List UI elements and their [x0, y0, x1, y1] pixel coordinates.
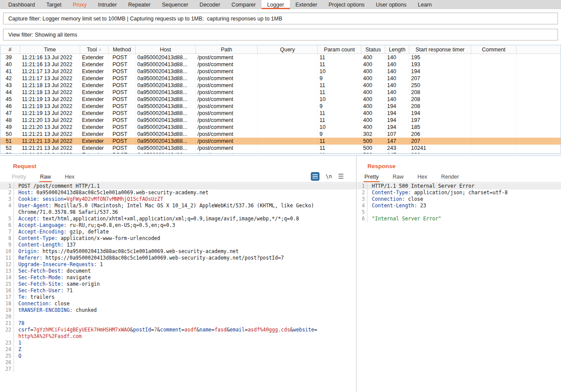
column-header-comment[interactable]: Comment [471, 45, 517, 54]
response-tab-raw[interactable]: Raw [392, 174, 405, 182]
code-text: http%3A%2F%2Fasdf.com [14, 333, 356, 340]
code-text: Content-Length: 23 [367, 203, 561, 209]
code-text: Sec-Fetch-Dest: document [14, 268, 356, 274]
table-row[interactable]: 4411:21:18 13 Jul 2022ExtenderPOST0a9500… [0, 89, 561, 96]
column-header-length[interactable]: Length [385, 45, 409, 54]
code-line: 22csrf=7gYzhMCiFvi4gBEyUEEk7HmHSHM7xWAO&… [0, 327, 356, 333]
table-row[interactable]: 5111:21:21 13 Jul 2022ExtenderPOST0a9500… [0, 138, 561, 145]
line-number: 6 [0, 222, 11, 229]
table-row[interactable]: 3911:21:16 13 Jul 2022ExtenderPOST0a9500… [0, 54, 561, 61]
cell-host: 0a9500020413d88... [136, 138, 196, 145]
column-header-query[interactable]: Query [258, 45, 318, 54]
code-text: Content-Type: application/json; charset=… [367, 189, 561, 196]
cell-length: 140 [385, 96, 409, 103]
table-row[interactable]: 4511:21:19 13 Jul 2022ExtenderPOST0a9500… [0, 96, 561, 103]
column-header-label: Query [280, 47, 295, 53]
cell-tool: Extender [80, 117, 109, 124]
menu-tab-learn[interactable]: Learn [412, 0, 438, 9]
column-header-label: Comment [482, 47, 505, 53]
code-text [14, 366, 356, 372]
column-header-method[interactable]: Method [109, 45, 136, 54]
request-editor[interactable]: 1POST /post/comment HTTP/1.12Host: 0a950… [0, 183, 356, 392]
column-header-path[interactable]: Path [196, 45, 258, 54]
column-header-num[interactable]: # [0, 45, 20, 54]
column-header-label: Time [44, 47, 56, 53]
table-row[interactable]: 4211:21:17 13 Jul 2022ExtenderPOST0a9500… [0, 75, 561, 82]
menu-tab-project-options[interactable]: Project options [323, 0, 371, 9]
request-panel: Request PrettyRawHex \n ☰ 1POST /post/co… [0, 155, 357, 392]
wrap-toggle-icon[interactable] [311, 172, 320, 181]
response-tab-render[interactable]: Render [440, 174, 460, 182]
table-row[interactable]: 5211:21:21 13 Jul 2022ExtenderPOST0a9500… [0, 145, 561, 152]
table-row[interactable]: 4111:21:17 13 Jul 2022ExtenderPOST0a9500… [0, 68, 561, 75]
menu-tab-target[interactable]: Target [41, 0, 67, 9]
code-line: 1HTTP/1.1 500 Internal Server Error [357, 183, 561, 189]
cell-num: 41 [0, 68, 20, 75]
cell-comment [471, 54, 517, 61]
code-line: 11Referer: https://0a9500020413d88ac08c5… [0, 255, 356, 261]
cell-param_count: 11 [318, 145, 361, 152]
cell-query [258, 110, 318, 117]
response-panel-title: Response [367, 163, 396, 169]
request-tab-hex[interactable]: Hex [64, 174, 75, 182]
table-row[interactable]: 4311:21:18 13 Jul 2022ExtenderPOST0a9500… [0, 82, 561, 89]
menu-tab-repeater[interactable]: Repeater [122, 0, 156, 9]
request-tab-raw[interactable]: Raw [39, 174, 52, 182]
view-filter-bar[interactable]: View filter: Showing all items [3, 29, 558, 41]
line-number: 1 [0, 183, 11, 189]
table-row[interactable]: 4811:21:20 13 Jul 2022ExtenderPOST0a9500… [0, 117, 561, 124]
line-number: 4 [357, 203, 365, 209]
newline-icon[interactable]: \n [326, 173, 332, 179]
menu-tab-user-options[interactable]: User options [370, 0, 412, 9]
column-header-host[interactable]: Host [136, 45, 196, 54]
cell-time: 11:21:20 13 Jul 2022 [20, 124, 80, 131]
code-line: 13Sec-Fetch-Dest: document [0, 268, 356, 274]
cell-comment [471, 110, 517, 117]
cell-path: /post/comment [196, 75, 258, 82]
cell-length: 107 [385, 131, 409, 138]
menu-tab-comparer[interactable]: Comparer [226, 0, 262, 9]
line-number [0, 209, 11, 216]
menu-tab-proxy[interactable]: Proxy [67, 0, 92, 9]
code-line: 17Te: trailers [0, 294, 356, 301]
menu-tab-dashboard[interactable]: Dashboard [3, 0, 41, 9]
menu-icon[interactable]: ☰ [338, 172, 344, 180]
table-row[interactable]: 4011:21:16 13 Jul 2022ExtenderPOST0a9500… [0, 61, 561, 68]
column-header-tool[interactable]: Tool∧ [80, 45, 109, 54]
column-header-label: Method [113, 47, 131, 53]
cell-method: POST [109, 89, 136, 96]
column-header-time[interactable]: Time [20, 45, 80, 54]
cell-status: 400 [361, 61, 385, 68]
column-header-label: Tool [87, 47, 97, 53]
cell-timer: 197 [409, 117, 471, 124]
cell-path: /post/comment [196, 68, 258, 75]
code-line: 5Accept: text/html,application/xhtml+xml… [0, 216, 356, 222]
capture-filter-bar[interactable]: Capture filter: Logger memory limit set … [3, 13, 558, 24]
cell-path: /post/comment [196, 54, 258, 61]
request-tab-pretty[interactable]: Pretty [11, 174, 27, 182]
cell-query [258, 54, 318, 61]
cell-time: 11:21:21 13 Jul 2022 [20, 131, 80, 138]
cell-param_count: 11 [318, 54, 361, 61]
table-row[interactable]: 4611:21:19 13 Jul 2022ExtenderPOST0a9500… [0, 103, 561, 110]
menu-tab-extender[interactable]: Extender [290, 0, 323, 9]
menu-tab-intruder[interactable]: Intruder [92, 0, 122, 9]
response-viewer[interactable]: 1HTTP/1.1 500 Internal Server Error2Cont… [357, 183, 561, 392]
table-row[interactable]: 4911:21:20 13 Jul 2022ExtenderPOST0a9500… [0, 124, 561, 131]
line-number: 27 [0, 366, 11, 372]
cell-query [258, 138, 318, 145]
table-row[interactable]: 5011:21:21 13 Jul 2022ExtenderPOST0a9500… [0, 131, 561, 138]
code-text: Sec-Fetch-Site: same-origin [14, 281, 356, 287]
column-header-status[interactable]: Status [361, 45, 385, 54]
column-header-param_count[interactable]: Param count [318, 45, 361, 54]
menu-tab-sequencer[interactable]: Sequencer [156, 0, 194, 9]
code-line: 4User-Agent: Mozilla/5.0 (Macintosh; Int… [0, 203, 356, 209]
menu-tab-decoder[interactable]: Decoder [194, 0, 226, 9]
response-tab-pretty[interactable]: Pretty [364, 174, 380, 182]
code-text: Te: trailers [14, 294, 356, 301]
response-tab-hex[interactable]: Hex [417, 174, 428, 182]
column-header-timer[interactable]: Start response timer [409, 45, 471, 54]
table-row[interactable]: 4711:21:19 13 Jul 2022ExtenderPOST0a9500… [0, 110, 561, 117]
menu-tab-logger[interactable]: Logger [262, 0, 290, 9]
cell-path: /post/comment [196, 145, 258, 152]
